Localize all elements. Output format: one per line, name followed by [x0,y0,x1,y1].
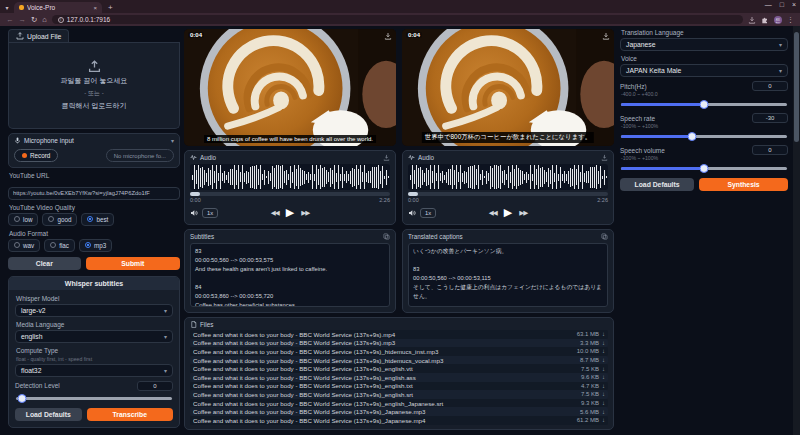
skip-back-icon[interactable]: ◀◀ [489,209,497,217]
synthesis-button[interactable]: Synthesis [699,178,788,191]
skip-forward-icon[interactable]: ▶▶ [519,209,527,217]
subtitles-textbox[interactable]: 83 00:00:50,560 --> 00:00:53,575 And the… [190,243,390,307]
file-name-link[interactable]: Coffee and what it does to your body - B… [193,357,574,364]
file-name-link[interactable]: Coffee and what it does to your body - B… [193,348,571,355]
file-download-icon[interactable]: ↓ [602,357,605,363]
file-name-link[interactable]: Coffee and what it does to your body - B… [193,417,571,424]
pitch-value[interactable] [752,81,788,91]
detection-level-slider[interactable] [16,393,172,403]
tab-upload-file[interactable]: Upload File [8,29,69,42]
clear-button[interactable]: Clear [8,257,81,270]
compute-type-dropdown[interactable]: float32 ▾ [15,364,173,377]
speech-volume-slider[interactable] [621,163,787,173]
speech-rate-value[interactable] [752,113,788,123]
profile-avatar[interactable]: 든 [774,16,782,24]
translated-captions-textbox[interactable]: いくつかの改善とパーキンソン病。 83 00:00:50,560 --> 00:… [408,243,608,307]
format-option-mp3[interactable]: mp3 [79,239,112,252]
quality-option-low[interactable]: low [8,213,38,226]
file-name-link[interactable]: Coffee and what it does to your body - B… [193,400,575,407]
file-download-icon[interactable]: ↓ [602,417,605,423]
detection-level-value[interactable] [137,381,173,391]
transcribe-button[interactable]: Transcribe [87,408,173,421]
file-download-icon[interactable]: ↓ [602,348,605,354]
url-bar[interactable]: i 127.0.0.1:7916 [52,15,743,24]
file-download-icon[interactable]: ↓ [602,366,605,372]
copy-icon[interactable] [601,233,608,240]
page-scrollbar[interactable] [793,26,800,435]
waveform-display[interactable] [190,164,390,190]
whisper-accordion-header[interactable]: Whisper subtitles [9,277,179,290]
waveform-scroll-handle[interactable] [408,192,418,196]
volume-icon[interactable] [408,209,416,217]
close-icon[interactable]: × [792,1,796,8]
slider-thumb[interactable] [688,132,697,141]
play-icon[interactable]: ▶ [504,207,512,218]
file-name-link[interactable]: Coffee and what it does to your body - B… [193,408,574,415]
pitch-slider[interactable] [621,99,787,109]
speech-volume-value[interactable] [752,145,788,155]
file-download-icon[interactable]: ↓ [602,374,605,380]
tts-load-defaults-button[interactable]: Load Defaults [620,178,694,191]
playback-speed-button[interactable]: 1x [202,208,218,218]
waveform-scrollbar[interactable] [408,192,608,196]
site-info-icon[interactable]: i [58,17,64,23]
file-name-link[interactable]: Coffee and what it does to your body - B… [193,331,571,338]
waveform-display[interactable] [408,164,608,190]
waveform-scrollbar[interactable] [190,192,390,196]
whisper-model-dropdown[interactable]: large-v2 ▾ [15,304,173,317]
format-option-flac[interactable]: flac [44,239,75,252]
reload-icon[interactable]: ↻ [31,16,37,24]
extension-pin-icon[interactable]: ⌂ [42,16,47,24]
translation-language-dropdown[interactable]: Japanese ▾ [620,38,788,51]
skip-forward-icon[interactable]: ▶▶ [301,209,309,217]
file-dropzone[interactable]: 파일을 끌어 놓으세요 - 또는 - 클릭해서 업로드하기 [8,43,180,129]
browser-tab[interactable]: Voice-Pro × [14,2,102,13]
maximize-icon[interactable]: □ [780,1,784,8]
file-download-icon[interactable]: ↓ [602,331,605,337]
volume-icon[interactable] [190,209,198,217]
back-icon[interactable]: ← [6,16,14,24]
playback-speed-button[interactable]: 1x [420,208,436,218]
new-tab-button[interactable]: + [108,3,113,13]
downloads-icon[interactable] [748,16,756,24]
video-download-icon[interactable] [602,32,610,40]
skip-back-icon[interactable]: ◀◀ [271,209,279,217]
file-name-link[interactable]: Coffee and what it does to your body - B… [193,391,575,398]
extensions-puzzle-icon[interactable] [761,16,769,24]
file-name-link[interactable]: Coffee and what it does to your body - B… [193,339,574,346]
audio-download-icon[interactable] [601,154,608,161]
forward-icon[interactable]: → [19,16,27,24]
video-player-translated[interactable]: 0:04 世界中で800万杯のコーヒーが飲まれたことになります。 [402,29,614,146]
format-option-wav[interactable]: wav [8,239,40,252]
microphone-accordion-header[interactable]: Microphone input ▾ [9,134,179,147]
file-download-icon[interactable]: ↓ [602,400,605,406]
voice-dropdown[interactable]: JAPAN Keita Male ▾ [620,64,788,77]
chevron-down-icon[interactable]: ▾ [171,137,174,144]
file-name-link[interactable]: Coffee and what it does to your body - B… [193,374,575,381]
waveform-scroll-handle[interactable] [190,192,200,196]
file-download-icon[interactable]: ↓ [602,340,605,346]
microphone-device-select[interactable]: No microphone fo... [106,149,174,162]
whisper-load-defaults-button[interactable]: Load Defaults [15,408,82,421]
copy-icon[interactable] [383,233,390,240]
file-download-icon[interactable]: ↓ [602,409,605,415]
file-download-icon[interactable]: ↓ [602,391,605,397]
youtube-url-input[interactable] [8,187,180,200]
media-language-dropdown[interactable]: english ▾ [15,330,173,343]
slider-thumb[interactable] [700,100,709,109]
record-button[interactable]: Record [14,149,58,162]
minimize-icon[interactable]: — [765,1,772,8]
slider-thumb[interactable] [18,394,27,403]
speech-rate-slider[interactable] [621,131,787,141]
quality-option-good[interactable]: good [42,213,77,226]
video-download-icon[interactable] [384,32,392,40]
file-name-link[interactable]: Coffee and what it does to your body - B… [193,382,575,389]
submit-button[interactable]: Submit [86,257,180,270]
audio-download-icon[interactable] [383,154,390,161]
file-name-link[interactable]: Coffee and what it does to your body - B… [193,365,575,372]
video-player-original[interactable]: 0:04 8 million cups of coffee will have … [184,29,396,146]
file-download-icon[interactable]: ↓ [602,383,605,389]
scrollbar-thumb[interactable] [794,32,799,142]
quality-option-best[interactable]: best [81,213,114,226]
play-icon[interactable]: ▶ [286,207,294,218]
